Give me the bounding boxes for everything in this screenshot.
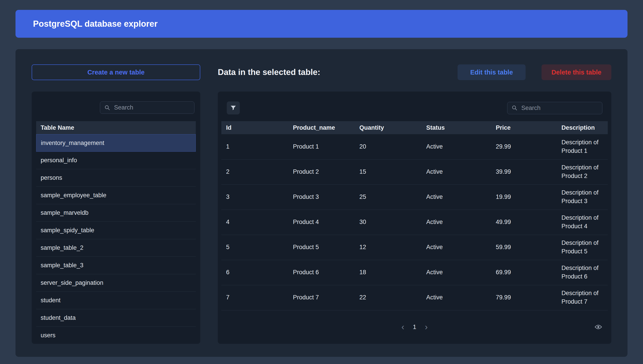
cell-product-name: Product 5 (288, 235, 355, 260)
search-icon (511, 105, 518, 111)
table-list-header: Table Name (36, 121, 196, 134)
cell-price: 19.99 (491, 184, 557, 210)
cell-status: Active (421, 260, 491, 285)
table-row: 3Product 325Active19.99Description of Pr… (221, 184, 608, 210)
filter-icon (230, 104, 237, 111)
data-toolbar (221, 102, 608, 114)
cell-status: Active (421, 134, 491, 159)
cell-id: 3 (221, 184, 288, 210)
table-list-item[interactable]: sample_spidy_table (36, 222, 196, 239)
cell-product-name: Product 4 (288, 210, 355, 235)
selected-table-heading: Data in the selected table: (218, 68, 320, 77)
data-search-box[interactable] (507, 102, 602, 114)
table-search-input[interactable] (114, 104, 190, 111)
eye-icon[interactable] (594, 323, 602, 331)
cell-quantity: 30 (355, 210, 422, 235)
main-card: Create a new table Data in the selected … (16, 49, 627, 357)
cell-description: Description of Product 1 (557, 134, 608, 159)
column-header-product-name: Product_name (288, 121, 355, 134)
cell-price: 69.99 (491, 260, 557, 285)
table-list-item[interactable]: users (36, 327, 196, 344)
cell-quantity: 12 (355, 235, 422, 260)
table-row: 2Product 215Active39.99Description of Pr… (221, 159, 608, 184)
cell-product-name: Product 7 (288, 285, 355, 310)
table-list-item[interactable]: sample_marveldb (36, 204, 196, 222)
table-row: 6Product 618Active69.99Description of Pr… (221, 260, 608, 285)
column-header-description: Description (557, 121, 608, 134)
cell-product-name: Product 2 (288, 159, 355, 184)
table-search-box[interactable] (100, 102, 194, 114)
cell-price: 29.99 (491, 134, 557, 159)
cell-quantity: 18 (355, 260, 422, 285)
cell-product-name: Product 3 (288, 184, 355, 210)
cell-product-name: Product 6 (288, 260, 355, 285)
cell-description: Description of Product 6 (557, 260, 608, 285)
cell-status: Active (421, 210, 491, 235)
content-row: Table Name inventory_managementpersonal_… (32, 92, 611, 344)
app-header: PostgreSQL database explorer (16, 10, 627, 38)
cell-price: 79.99 (491, 285, 557, 310)
table-list-panel: Table Name inventory_managementpersonal_… (32, 92, 200, 344)
table-list-item[interactable]: sample_table_2 (36, 239, 196, 257)
data-search-input[interactable] (521, 104, 598, 112)
cell-description: Description of Product 7 (557, 285, 608, 310)
cell-id: 4 (221, 210, 288, 235)
column-header-status: Status (421, 121, 491, 134)
current-page[interactable]: 1 (409, 322, 420, 332)
page: PostgreSQL database explorer Create a ne… (0, 0, 643, 364)
cell-quantity: 15 (355, 159, 422, 184)
cell-status: Active (421, 235, 491, 260)
table-list-item[interactable]: sample_table_3 (36, 257, 196, 274)
cell-description: Description of Product 4 (557, 210, 608, 235)
table-list-item[interactable]: student_data (36, 309, 196, 327)
filter-button[interactable] (227, 102, 240, 114)
cell-quantity: 22 (355, 285, 422, 310)
table-actions: Edit this table Delete this table (458, 64, 611, 80)
table-list-item[interactable]: personal_info (36, 152, 196, 169)
table-list-item[interactable]: sample_employee_table (36, 187, 196, 204)
cell-description: Description of Product 3 (557, 184, 608, 210)
cell-id: 5 (221, 235, 288, 260)
next-page-button[interactable]: › (420, 322, 432, 332)
pagination-bar: ‹ 1 › (218, 310, 611, 344)
table-row: 1Product 120Active29.99Description of Pr… (221, 134, 608, 159)
cell-price: 39.99 (491, 159, 557, 184)
table-list-item[interactable]: inventory_management (36, 134, 196, 152)
cell-id: 1 (221, 134, 288, 159)
table-row: 5Product 512Active59.99Description of Pr… (221, 235, 608, 260)
table-row: 7Product 722Active79.99Description of Pr… (221, 285, 608, 310)
column-header-price: Price (491, 121, 557, 134)
cell-status: Active (421, 184, 491, 210)
cell-product-name: Product 1 (288, 134, 355, 159)
prev-page-button[interactable]: ‹ (397, 322, 409, 332)
top-action-row: Create a new table Data in the selected … (32, 64, 611, 80)
table-list-item[interactable]: student (36, 292, 196, 309)
search-icon (104, 104, 111, 111)
cell-quantity: 25 (355, 184, 422, 210)
table-row: 4Product 430Active49.99Description of Pr… (221, 210, 608, 235)
cell-description: Description of Product 5 (557, 235, 608, 260)
page-title: PostgreSQL database explorer (33, 19, 158, 29)
table-list-item[interactable]: persons (36, 169, 196, 187)
cell-price: 59.99 (491, 235, 557, 260)
data-table-header-row: IdProduct_nameQuantityStatusPriceDescrip… (221, 121, 608, 134)
cell-status: Active (421, 285, 491, 310)
edit-table-button[interactable]: Edit this table (458, 64, 526, 80)
cell-quantity: 20 (355, 134, 422, 159)
cell-price: 49.99 (491, 210, 557, 235)
cell-description: Description of Product 2 (557, 159, 608, 184)
cell-id: 2 (221, 159, 288, 184)
cell-id: 7 (221, 285, 288, 310)
cell-id: 6 (221, 260, 288, 285)
table-list: inventory_managementpersonal_infopersons… (36, 134, 196, 344)
column-header-id: Id (221, 121, 288, 134)
create-table-button[interactable]: Create a new table (32, 64, 200, 80)
table-list-item[interactable]: server_side_pagination (36, 274, 196, 292)
cell-status: Active (421, 159, 491, 184)
data-table: IdProduct_nameQuantityStatusPriceDescrip… (221, 121, 608, 310)
column-header-quantity: Quantity (355, 121, 422, 134)
delete-table-button[interactable]: Delete this table (541, 64, 611, 80)
data-table-body: 1Product 120Active29.99Description of Pr… (221, 134, 608, 310)
data-table-panel: IdProduct_nameQuantityStatusPriceDescrip… (218, 92, 611, 344)
